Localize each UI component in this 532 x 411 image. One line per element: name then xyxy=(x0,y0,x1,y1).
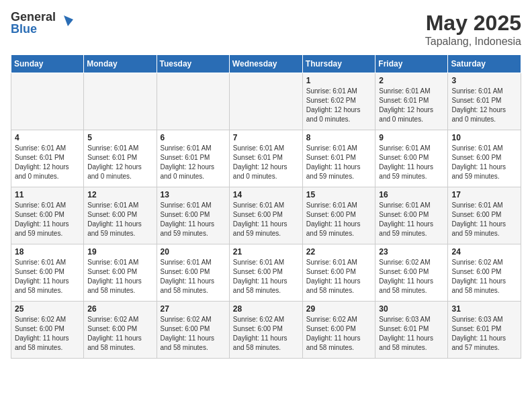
day-info: Sunrise: 6:01 AMSunset: 6:00 PMDaylight:… xyxy=(87,258,152,295)
day-number: 4 xyxy=(15,133,80,142)
calendar-day-6: 6Sunrise: 6:01 AMSunset: 6:01 PMDaylight… xyxy=(157,130,229,187)
day-number: 7 xyxy=(233,133,299,142)
day-number: 2 xyxy=(379,76,444,85)
logo-blue-text: Blue xyxy=(11,22,37,36)
day-number: 26 xyxy=(87,304,152,314)
calendar-day-4: 4Sunrise: 6:01 AMSunset: 6:01 PMDaylight… xyxy=(11,130,84,187)
day-number: 1 xyxy=(306,76,372,85)
calendar-day-31: 31Sunrise: 6:03 AMSunset: 6:01 PMDayligh… xyxy=(448,302,521,359)
day-number: 14 xyxy=(233,190,299,199)
calendar-day-28: 28Sunrise: 6:02 AMSunset: 6:00 PMDayligh… xyxy=(229,302,302,359)
weekday-header-sunday: Sunday xyxy=(11,55,84,73)
day-number: 25 xyxy=(15,304,80,314)
day-number: 11 xyxy=(15,190,80,199)
day-number: 13 xyxy=(161,190,226,199)
day-info: Sunrise: 6:01 AMSunset: 6:00 PMDaylight:… xyxy=(451,144,517,181)
title-section: May 2025 Tapalang, Indonesia xyxy=(425,11,521,48)
day-info: Sunrise: 6:01 AMSunset: 6:00 PMDaylight:… xyxy=(161,258,226,295)
day-number: 21 xyxy=(233,247,299,257)
day-info: Sunrise: 6:01 AMSunset: 6:02 PMDaylight:… xyxy=(306,87,372,124)
calendar-day-17: 17Sunrise: 6:01 AMSunset: 6:00 PMDayligh… xyxy=(448,187,521,244)
day-number: 8 xyxy=(306,133,372,142)
day-number: 16 xyxy=(379,190,444,199)
day-number: 27 xyxy=(161,304,226,314)
day-number: 12 xyxy=(87,190,152,199)
day-info: Sunrise: 6:01 AMSunset: 6:01 PMDaylight:… xyxy=(379,87,444,124)
calendar-day-11: 11Sunrise: 6:01 AMSunset: 6:00 PMDayligh… xyxy=(11,187,84,244)
day-number: 19 xyxy=(87,247,152,257)
day-number: 30 xyxy=(379,304,444,314)
day-info: Sunrise: 6:02 AMSunset: 6:00 PMDaylight:… xyxy=(87,315,152,353)
calendar-day-24: 24Sunrise: 6:02 AMSunset: 6:00 PMDayligh… xyxy=(448,244,521,302)
calendar-week-5: 25Sunrise: 6:02 AMSunset: 6:00 PMDayligh… xyxy=(11,302,521,359)
day-number: 6 xyxy=(161,133,226,142)
calendar-day-8: 8Sunrise: 6:01 AMSunset: 6:01 PMDaylight… xyxy=(302,130,375,187)
calendar-day-19: 19Sunrise: 6:01 AMSunset: 6:00 PMDayligh… xyxy=(84,244,157,302)
day-number: 10 xyxy=(451,133,517,142)
day-number: 29 xyxy=(306,304,372,314)
day-number: 3 xyxy=(451,76,517,85)
location-title: Tapalang, Indonesia xyxy=(425,36,521,48)
day-info: Sunrise: 6:02 AMSunset: 6:00 PMDaylight:… xyxy=(451,258,517,295)
day-info: Sunrise: 6:01 AMSunset: 6:00 PMDaylight:… xyxy=(306,201,372,238)
calendar-day-16: 16Sunrise: 6:01 AMSunset: 6:00 PMDayligh… xyxy=(375,187,448,244)
calendar-day-18: 18Sunrise: 6:01 AMSunset: 6:00 PMDayligh… xyxy=(11,244,84,302)
calendar-day-1: 1Sunrise: 6:01 AMSunset: 6:02 PMDaylight… xyxy=(302,73,375,130)
logo-triangle-icon xyxy=(58,14,73,29)
weekday-header-saturday: Saturday xyxy=(448,55,521,73)
day-number: 23 xyxy=(379,247,444,257)
calendar-day-7: 7Sunrise: 6:01 AMSunset: 6:01 PMDaylight… xyxy=(229,130,302,187)
day-info: Sunrise: 6:03 AMSunset: 6:01 PMDaylight:… xyxy=(379,315,444,353)
logo-container: General Blue xyxy=(11,11,73,35)
day-info: Sunrise: 6:01 AMSunset: 6:01 PMDaylight:… xyxy=(15,144,80,181)
day-info: Sunrise: 6:02 AMSunset: 6:00 PMDaylight:… xyxy=(306,315,372,353)
calendar-day-30: 30Sunrise: 6:03 AMSunset: 6:01 PMDayligh… xyxy=(375,302,448,359)
calendar-day-2: 2Sunrise: 6:01 AMSunset: 6:01 PMDaylight… xyxy=(375,73,448,130)
calendar-week-1: 1Sunrise: 6:01 AMSunset: 6:02 PMDaylight… xyxy=(11,73,521,130)
page-header: General Blue May 2025 Tapalang, Indonesi… xyxy=(11,11,521,48)
day-number: 22 xyxy=(306,247,372,257)
calendar-week-2: 4Sunrise: 6:01 AMSunset: 6:01 PMDaylight… xyxy=(11,130,521,187)
day-info: Sunrise: 6:01 AMSunset: 6:01 PMDaylight:… xyxy=(233,144,299,181)
weekday-header-monday: Monday xyxy=(84,55,157,73)
day-number: 24 xyxy=(451,247,517,257)
day-info: Sunrise: 6:03 AMSunset: 6:01 PMDaylight:… xyxy=(451,315,517,353)
day-info: Sunrise: 6:01 AMSunset: 6:01 PMDaylight:… xyxy=(306,144,372,181)
weekday-header-tuesday: Tuesday xyxy=(157,55,229,73)
empty-cell-0-1 xyxy=(84,73,157,130)
logo-text: General Blue xyxy=(11,11,56,35)
calendar-day-29: 29Sunrise: 6:02 AMSunset: 6:00 PMDayligh… xyxy=(302,302,375,359)
day-info: Sunrise: 6:01 AMSunset: 6:00 PMDaylight:… xyxy=(306,258,372,295)
day-number: 31 xyxy=(451,304,517,314)
calendar-table: SundayMondayTuesdayWednesdayThursdayFrid… xyxy=(11,54,521,359)
day-info: Sunrise: 6:01 AMSunset: 6:00 PMDaylight:… xyxy=(15,258,80,295)
logo: General Blue xyxy=(11,11,73,35)
day-info: Sunrise: 6:01 AMSunset: 6:00 PMDaylight:… xyxy=(233,258,299,295)
day-info: Sunrise: 6:02 AMSunset: 6:00 PMDaylight:… xyxy=(15,315,80,353)
day-info: Sunrise: 6:01 AMSunset: 6:00 PMDaylight:… xyxy=(379,201,444,238)
day-info: Sunrise: 6:01 AMSunset: 6:01 PMDaylight:… xyxy=(451,87,517,124)
day-number: 9 xyxy=(379,133,444,142)
calendar-week-4: 18Sunrise: 6:01 AMSunset: 6:00 PMDayligh… xyxy=(11,244,521,302)
day-info: Sunrise: 6:01 AMSunset: 6:00 PMDaylight:… xyxy=(451,201,517,238)
calendar-day-22: 22Sunrise: 6:01 AMSunset: 6:00 PMDayligh… xyxy=(302,244,375,302)
calendar-day-25: 25Sunrise: 6:02 AMSunset: 6:00 PMDayligh… xyxy=(11,302,84,359)
logo-general: General xyxy=(11,10,56,24)
day-number: 5 xyxy=(87,133,152,142)
calendar-day-12: 12Sunrise: 6:01 AMSunset: 6:00 PMDayligh… xyxy=(84,187,157,244)
day-number: 18 xyxy=(15,247,80,257)
day-number: 28 xyxy=(233,304,299,314)
weekday-header-row: SundayMondayTuesdayWednesdayThursdayFrid… xyxy=(11,55,521,73)
day-info: Sunrise: 6:01 AMSunset: 6:00 PMDaylight:… xyxy=(15,201,80,238)
empty-cell-0-0 xyxy=(11,73,84,130)
calendar-day-14: 14Sunrise: 6:01 AMSunset: 6:00 PMDayligh… xyxy=(229,187,302,244)
calendar-day-15: 15Sunrise: 6:01 AMSunset: 6:00 PMDayligh… xyxy=(302,187,375,244)
calendar-day-20: 20Sunrise: 6:01 AMSunset: 6:00 PMDayligh… xyxy=(157,244,229,302)
day-info: Sunrise: 6:01 AMSunset: 6:01 PMDaylight:… xyxy=(161,144,226,181)
empty-cell-0-2 xyxy=(157,73,229,130)
day-info: Sunrise: 6:01 AMSunset: 6:00 PMDaylight:… xyxy=(379,144,444,181)
calendar-day-26: 26Sunrise: 6:02 AMSunset: 6:00 PMDayligh… xyxy=(84,302,157,359)
svg-marker-0 xyxy=(64,15,73,26)
day-number: 17 xyxy=(451,190,517,199)
day-info: Sunrise: 6:01 AMSunset: 6:00 PMDaylight:… xyxy=(161,201,226,238)
